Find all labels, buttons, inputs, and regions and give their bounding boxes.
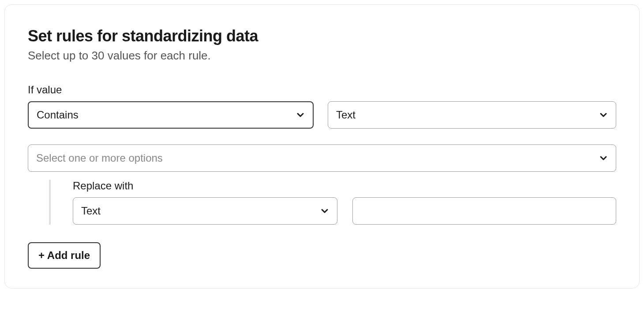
card-title: Set rules for standardizing data	[28, 27, 616, 45]
condition-row: Contains Text	[28, 101, 616, 129]
replace-type-select[interactable]: Text	[73, 197, 337, 225]
chevron-down-icon	[295, 110, 306, 120]
replace-with-label: Replace with	[73, 180, 616, 192]
replace-section: Replace with Text	[28, 180, 616, 225]
card-subtitle: Select up to 30 values for each rule.	[28, 49, 616, 63]
add-rule-button-label: + Add rule	[38, 249, 90, 262]
chevron-down-icon	[319, 206, 330, 216]
replace-content: Replace with Text	[73, 180, 616, 225]
condition-select-value: Contains	[37, 109, 79, 121]
if-value-label: If value	[28, 84, 616, 96]
condition-select[interactable]: Contains	[28, 101, 314, 129]
values-multiselect[interactable]: Select one or more options	[28, 144, 616, 172]
indent-line	[49, 180, 51, 225]
replace-value-input[interactable]	[352, 197, 616, 225]
multiselect-placeholder: Select one or more options	[36, 152, 163, 164]
rules-card: Set rules for standardizing data Select …	[4, 4, 640, 288]
chevron-down-icon	[598, 110, 609, 120]
replace-type-select-value: Text	[81, 205, 101, 217]
chevron-down-icon	[598, 153, 609, 163]
replace-row: Text	[73, 197, 616, 225]
type-select[interactable]: Text	[328, 101, 616, 129]
add-rule-button[interactable]: + Add rule	[28, 242, 101, 269]
type-select-value: Text	[336, 109, 356, 121]
